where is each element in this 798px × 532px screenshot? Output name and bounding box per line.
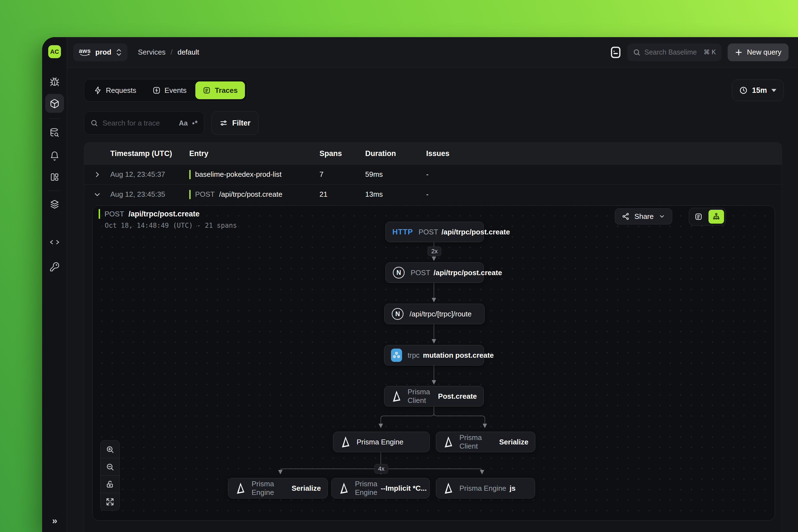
bolt-icon (94, 86, 102, 94)
chevron-down-icon[interactable] (94, 191, 101, 198)
span-node-prisma-engine[interactable]: Prisma Engine (333, 432, 430, 452)
svg-text:N: N (397, 269, 401, 276)
trace-search[interactable]: Aa ▪* (84, 111, 204, 135)
col-entry: Entry (189, 149, 320, 158)
app-window: AC » (42, 37, 798, 532)
col-issues: Issues (426, 149, 782, 158)
unlock-button[interactable] (100, 475, 119, 493)
tab-requests[interactable]: Requests (87, 81, 144, 99)
breadcrumb: Services / default (138, 48, 199, 57)
span-node-http[interactable]: HTTP POST /api/trpc/post.create (385, 222, 484, 242)
chevron-right-icon[interactable] (94, 171, 101, 178)
prisma-icon (338, 482, 349, 494)
query-panel-icon[interactable] (610, 46, 621, 59)
span-node-prisma-client-serialize[interactable]: Prisma Client Serialize (436, 432, 535, 452)
trace-list-icon (203, 86, 211, 94)
prisma-icon (443, 436, 454, 448)
edge-count-badge: 2x (428, 247, 441, 256)
time-range-value: 15m (752, 86, 767, 95)
nextjs-icon: N (392, 266, 405, 279)
aws-logo-icon: aws (79, 48, 91, 56)
main-area: aws prod Services / default (67, 37, 798, 532)
col-spans: Spans (320, 149, 365, 158)
span-node-trpc[interactable]: trpc mutation post.create (384, 345, 484, 365)
prisma-icon (391, 390, 402, 402)
entry-name: baselime-pokedex-prod-list (195, 170, 282, 179)
search-icon (90, 119, 98, 127)
bolt-square-icon (152, 86, 161, 94)
edge-count-badge: 4x (374, 464, 388, 474)
trace-detail-panel: POST /api/trpc/post.create Oct 18, 14:48… (92, 205, 775, 521)
trpc-icon (391, 348, 402, 362)
graph-zoom-controls (100, 440, 120, 511)
prisma-icon (235, 482, 246, 494)
search-shortcut: ⌘ K (704, 49, 716, 56)
sliders-icon (220, 119, 228, 127)
http-badge: HTTP (392, 228, 413, 236)
case-sensitive-toggle[interactable]: Aa (179, 119, 188, 127)
plus-icon (735, 49, 743, 56)
code-icon[interactable] (50, 237, 60, 247)
tab-traces[interactable]: Traces (195, 81, 245, 99)
span-node-engine-js[interactable]: Prisma Engine js (436, 478, 535, 498)
dashboard-icon[interactable] (50, 172, 60, 182)
breadcrumb-separator: / (170, 48, 172, 57)
key-icon[interactable] (50, 262, 60, 272)
prisma-icon (340, 436, 351, 448)
fit-view-button[interactable] (100, 493, 119, 510)
sidebar: AC » (42, 37, 67, 532)
topbar: aws prod Services / default (67, 37, 798, 68)
nextjs-icon: N (391, 307, 404, 320)
trace-color-bar (189, 170, 191, 179)
global-search[interactable]: ⌘ K (627, 43, 722, 61)
trace-search-input[interactable] (102, 119, 174, 128)
traces-table: Timestamp (UTC) Entry Spans Duration Iss… (84, 142, 782, 532)
breadcrumb-page[interactable]: default (177, 48, 199, 57)
time-range-selector[interactable]: 15m (732, 79, 784, 101)
prisma-icon (443, 482, 454, 494)
sidebar-divider (49, 191, 61, 191)
cube-icon[interactable] (50, 99, 60, 109)
sidebar-expand-icon[interactable]: » (52, 515, 57, 526)
avatar[interactable]: AC (48, 45, 61, 58)
new-query-label: New query (747, 48, 781, 57)
environment-name: prod (95, 48, 111, 57)
zoom-out-button[interactable] (100, 458, 119, 475)
bug-icon[interactable] (50, 77, 60, 87)
layers-icon[interactable] (50, 200, 60, 209)
table-header: Timestamp (UTC) Entry Spans Duration Iss… (84, 143, 782, 164)
svg-text:N: N (395, 310, 400, 318)
search-icon (633, 49, 641, 56)
database-search-icon[interactable] (50, 128, 60, 138)
regex-toggle[interactable]: ▪* (192, 119, 198, 127)
span-node-next-post[interactable]: N POST /api/trpc/post.create (385, 262, 484, 283)
content: Requests Events Traces 15m (67, 68, 798, 532)
zoom-in-button[interactable] (100, 440, 119, 458)
filter-button[interactable]: Filter (211, 111, 259, 135)
global-search-input[interactable] (645, 48, 700, 56)
col-duration: Duration (365, 149, 426, 158)
col-timestamp: Timestamp (UTC) (110, 149, 189, 158)
table-row-expanded[interactable]: Aug 12, 23:45:35 POST/api/trpc/post.crea… (84, 184, 782, 204)
table-row[interactable]: Aug 12, 23:45:37 baselime-pokedex-prod-l… (84, 164, 782, 184)
breadcrumb-section[interactable]: Services (138, 48, 166, 57)
tab-events[interactable]: Events (145, 81, 194, 99)
caret-down-icon (772, 89, 776, 92)
span-node-prisma-client[interactable]: Prisma Client Post.create (384, 386, 484, 406)
entry-name: /api/trpc/post.create (219, 190, 282, 199)
chevron-updown-icon (116, 48, 122, 57)
clock-icon (739, 86, 747, 94)
trace-color-bar (189, 190, 191, 199)
environment-switcher[interactable]: aws prod (73, 43, 128, 61)
view-tabs: Requests Events Traces (84, 79, 247, 102)
span-node-next-route[interactable]: N /api/trpc/[trpc]/route (384, 304, 484, 324)
new-query-button[interactable]: New query (728, 43, 788, 61)
span-node-engine-serialize[interactable]: Prisma Engine Serialize (228, 478, 328, 498)
bell-icon[interactable] (50, 151, 60, 161)
span-node-engine-implicit[interactable]: Prisma Engine --Implicit *C... (331, 478, 430, 498)
